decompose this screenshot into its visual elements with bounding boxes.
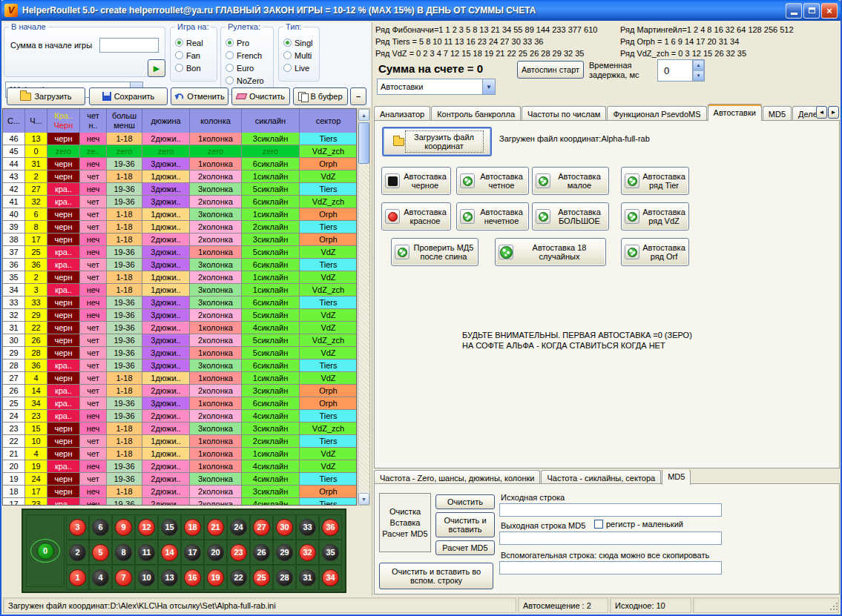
radio-euro[interactable]: Euro [221, 62, 273, 74]
board-number-3[interactable]: 3 [69, 519, 86, 536]
radio-singl[interactable]: Singl [279, 36, 319, 49]
bottom-tab-1[interactable]: Частота - Zero, шансы, дюжины, колонки [374, 470, 540, 485]
table-row[interactable]: 432чернчет1-181дюжи..2колонка1сиклайнVdZ [3, 170, 356, 183]
board-number-15[interactable]: 15 [161, 519, 178, 536]
board-number-36[interactable]: 36 [322, 519, 339, 536]
table-row[interactable]: 1723кра..неч19-362дюжи..2колонка4сиклайн… [3, 498, 356, 506]
scroll-down-button[interactable]: ▼ [358, 493, 369, 505]
table-row[interactable]: 4431черннеч19-363дюжи..1колонка6сиклайнO… [3, 158, 356, 170]
board-number-4[interactable]: 4 [92, 569, 109, 586]
board-number-11[interactable]: 11 [138, 544, 155, 561]
autobet-chetnoe-button[interactable]: Автоставка четное [456, 167, 529, 195]
board-number-5[interactable]: 5 [92, 544, 109, 561]
board-number-22[interactable]: 22 [230, 569, 247, 586]
sum-start-input[interactable] [99, 38, 159, 53]
bottom-tab-3[interactable]: MD5 [662, 470, 691, 485]
autobet-ryad-vdz-button[interactable]: Автоставка ряд VdZ [621, 202, 689, 231]
autospin-start-button[interactable]: Автоспин старт [517, 61, 584, 79]
collapse-button[interactable]: – [350, 87, 366, 105]
board-number-30[interactable]: 30 [276, 519, 293, 536]
close-button[interactable]: × [821, 3, 838, 19]
board-number-35[interactable]: 35 [322, 544, 339, 561]
radio-nozero[interactable]: NoZero [221, 74, 273, 87]
radio-french[interactable]: French [221, 49, 273, 62]
board-number-32[interactable]: 32 [299, 544, 316, 561]
board-number-34[interactable]: 34 [322, 569, 339, 586]
clear-button[interactable]: Очистить [231, 87, 290, 105]
radio-pro[interactable]: Pro [221, 36, 273, 49]
aux-string-input[interactable] [499, 561, 722, 574]
board-number-6[interactable]: 6 [92, 519, 109, 536]
clear-paste-aux-button[interactable]: Очистить и вставить во вспом. строку [379, 563, 493, 589]
zero-cell[interactable]: 0 [26, 514, 65, 587]
table-row[interactable]: 2836кра..чет19-363дюжи..3колонка6сиклайн… [3, 360, 356, 372]
main-tab-4[interactable]: Функционал PsevdoMS [607, 106, 706, 121]
load-coords-button[interactable]: Загрузить файл координат [382, 127, 492, 156]
board-number-0[interactable]: 0 [37, 543, 54, 560]
buffer-button[interactable]: В буфер [293, 87, 348, 105]
main-tab-3[interactable]: Частоты по числам [522, 106, 606, 121]
table-row[interactable]: 4227кра..неч19-363дюжи..3колонка5сиклайн… [3, 183, 356, 196]
board-number-18[interactable]: 18 [184, 519, 201, 536]
source-string-input[interactable] [499, 503, 722, 517]
spin-down-button[interactable]: ▼ [693, 70, 704, 81]
table-row[interactable]: 214чернчет1-181дюжи..1колонка1сиклайнVdZ [3, 448, 356, 460]
table-scrollbar[interactable]: ▲ ▼ [358, 108, 370, 506]
radio-bon[interactable]: Bon [171, 62, 217, 74]
main-tab-7[interactable]: Делени [792, 106, 819, 121]
board-number-12[interactable]: 12 [138, 519, 155, 536]
tab-scroll-right-button[interactable]: ► [828, 106, 839, 119]
chevron-down-icon[interactable]: ▼ [482, 79, 495, 94]
bottom-tab-2[interactable]: Частота - сиклайны, сектора [541, 470, 661, 485]
minimize-button[interactable] [786, 3, 802, 19]
table-row[interactable]: 3725кра..неч19-363дюжи..1колонка5сиклайн… [3, 246, 356, 259]
table-row[interactable]: 2534кра..чет19-363дюжи..1колонка6сиклайн… [3, 397, 356, 410]
main-tab-1[interactable]: Анализатор [374, 106, 430, 121]
table-row[interactable]: 406чернчет1-181дюжи..3колонка1сиклайнOrp… [3, 208, 356, 221]
table-row[interactable]: 3122чернчет19-362дюжи..1колонка4сиклайнV… [3, 322, 356, 334]
autobet-krasnoe-button[interactable]: Автоставка красное [381, 202, 451, 231]
board-number-25[interactable]: 25 [253, 569, 270, 586]
radio-fan[interactable]: Fan [171, 49, 217, 62]
table-row[interactable]: 1817черннеч1-182дюжи..2колонка3сиклайнOr… [3, 486, 356, 498]
spin-up-button[interactable]: ▲ [693, 60, 704, 70]
board-number-8[interactable]: 8 [115, 544, 132, 561]
board-number-29[interactable]: 29 [276, 544, 293, 561]
table-row[interactable]: 398чернчет1-181дюжи..2колонка2сиклайнTie… [3, 221, 356, 234]
autobet-ryad-orf-button[interactable]: Автоставка ряд Orf [621, 238, 689, 266]
board-number-1[interactable]: 1 [69, 569, 86, 586]
board-number-7[interactable]: 7 [115, 569, 132, 586]
delay-spinner[interactable]: 0 ▲ ▼ [657, 59, 705, 82]
table-row[interactable]: 2614кра..чет1-182дюжи..2колонка3сиклайнO… [3, 385, 356, 397]
scroll-thumb[interactable] [358, 122, 369, 164]
board-number-26[interactable]: 26 [253, 544, 270, 561]
board-number-9[interactable]: 9 [115, 519, 132, 536]
table-row[interactable]: 3026чернчет19-363дюжи..2колонка5сиклайнV… [3, 334, 356, 347]
table-row[interactable]: 2315черннеч1-182дюжи..3колонка3сиклайнVd… [3, 423, 356, 435]
register-checkbox[interactable]: регистр - маленький [594, 520, 683, 529]
main-tab-6[interactable]: MD5 [763, 106, 792, 121]
autobet-bolshoe-button[interactable]: Автоставка БОЛЬШОЕ [532, 202, 609, 231]
board-number-27[interactable]: 27 [253, 519, 270, 536]
output-string-input[interactable] [499, 531, 722, 545]
md5-clear-button[interactable]: Очистить [435, 494, 495, 509]
board-number-20[interactable]: 20 [207, 544, 224, 561]
radio-real[interactable]: Real [171, 36, 217, 49]
table-row[interactable]: 3817черннеч1-182дюжи..2колонка3сиклайнOr… [3, 234, 356, 246]
undo-button[interactable]: Отменить [171, 87, 228, 105]
autobet-proverit-md5-button[interactable]: Проверить МД5 после спина [391, 238, 478, 266]
board-number-14[interactable]: 14 [161, 544, 178, 561]
table-row[interactable]: 352чернчет1-181дюжи..2колонка1сиклайнVdZ [3, 271, 356, 284]
table-row[interactable]: 343кра..неч1-181дюжи..3колонка1сиклайнVd… [3, 284, 356, 297]
radio-live[interactable]: Live [279, 62, 319, 74]
table-row[interactable]: 3333черннеч19-363дюжи..3колонка6сиклайнT… [3, 297, 356, 309]
resize-grip[interactable] [829, 603, 838, 612]
autobet-chernoe-button[interactable]: Автоставка черное [381, 167, 451, 195]
board-number-31[interactable]: 31 [299, 569, 316, 586]
md5-clear-paste-button[interactable]: Очистить и вставить [435, 512, 495, 537]
table-row[interactable]: 3229черннеч19-363дюжи..2колонка5сиклайнV… [3, 309, 356, 322]
board-number-21[interactable]: 21 [207, 519, 224, 536]
play-button[interactable]: ▶ [148, 59, 165, 77]
autobet-ryad-tier-button[interactable]: Автоставка ряд Tier [621, 167, 689, 195]
table-row[interactable]: 4132кра..чет19-363дюжи..2колонка6сиклайн… [3, 196, 356, 208]
